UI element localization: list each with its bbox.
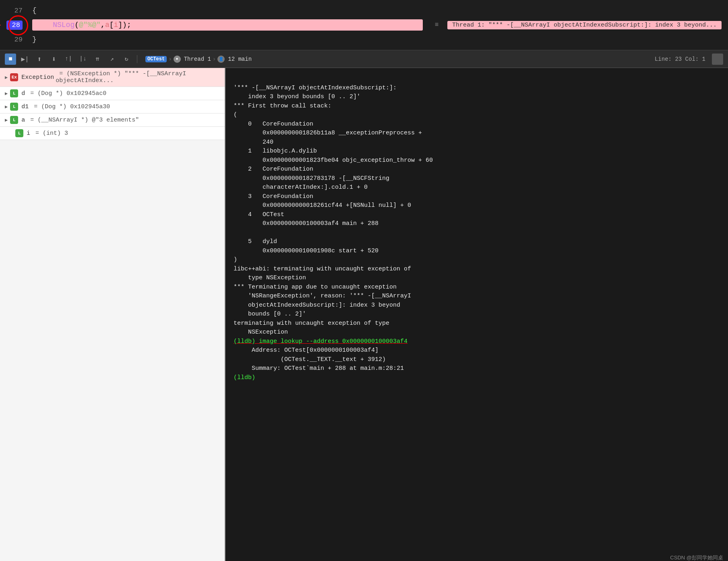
code-content-28: NSLog(@"%@",a[i]); (32, 19, 423, 31)
code-line-28: 28 NSLog(@"%@",a[i]); ≡ Thread 1: "*** -… (0, 18, 728, 32)
expand-arrow-a: ▶ (5, 117, 8, 123)
jump-button[interactable]: ⇈ (92, 54, 103, 65)
console-panel[interactable]: '*** -[__NSArrayI objectAtIndexedSubscri… (225, 68, 728, 561)
line-number-27: 27 (6, 7, 23, 14)
continue-button[interactable]: ▶| (19, 54, 31, 65)
line-number-29: 29 (6, 36, 23, 43)
breadcrumb: OCTest › ● Thread 1 › 👤 12 main (145, 56, 252, 63)
toolbar-separator-1 (137, 55, 137, 63)
console-output: '*** -[__NSArrayI objectAtIndexedSubscri… (234, 74, 720, 392)
debug-toolbar: ■ ▶| ⬆ ⬇ ↑| |↓ ⇈ ↗ ↻ OCTest › ● Thread 1… (0, 50, 728, 68)
line-col-info: Line: 23 Col: 1 (655, 56, 705, 62)
replay-button[interactable]: ↻ (121, 54, 132, 65)
breadcrumb-thread[interactable]: ● Thread 1 (174, 56, 211, 63)
variable-d[interactable]: ▶ L d = (Dog *) 0x102945ac0 (0, 87, 225, 100)
expand-arrow-d: ▶ (5, 91, 8, 97)
exception-value: = (NSException *) "*** -[__NSArrayI obje… (56, 70, 220, 84)
main-label: 12 main (228, 56, 252, 62)
i-value: = (int) 3 (32, 130, 68, 137)
d1-name: d1 (21, 103, 29, 110)
exception-name: Exception (21, 74, 54, 81)
main-pane: ▶ Ex Exception = (NSException *) "*** -[… (0, 68, 728, 561)
a-value: = (__NSArrayI *) @"3 elements" (27, 117, 139, 124)
return-button[interactable]: ↗ (106, 54, 118, 65)
step-over-button[interactable]: ⬆ (34, 54, 45, 65)
d1-badge: L (10, 103, 18, 111)
code-content-27: { (32, 6, 722, 14)
code-line-27: 27 { (0, 3, 728, 18)
code-line-29: 29 } (0, 32, 728, 47)
breadcrumb-main[interactable]: 👤 12 main (217, 56, 252, 63)
watermark: CSDN @彭同学她同桌 (670, 554, 723, 561)
step-into-button[interactable]: ⬇ (48, 54, 60, 65)
exception-badge: Ex (10, 73, 18, 81)
i-badge: L (15, 129, 23, 137)
breadcrumb-arrow-2: › (213, 56, 216, 62)
person-icon: 👤 (217, 56, 225, 63)
variables-panel: ▶ Ex Exception = (NSException *) "*** -[… (0, 68, 225, 561)
code-editor-top: 27 { 28 NSLog(@"%@",a[i]); ≡ Thread 1: "… (0, 0, 728, 50)
step-in-button[interactable]: |↓ (77, 54, 89, 65)
stop-button[interactable]: ■ (5, 54, 16, 65)
d1-value: = (Dog *) 0x102945a30 (30, 103, 110, 110)
thread-icon: ● (174, 56, 181, 63)
thread-label: Thread 1 (184, 56, 211, 62)
thread-info-header: Thread 1: "*** -[__NSArrayI objectAtInde… (447, 21, 722, 29)
breadcrumb-arrow-1: › (168, 56, 172, 62)
a-name: a (21, 117, 25, 124)
a-badge: L (10, 116, 18, 124)
variable-d1[interactable]: ▶ L d1 = (Dog *) 0x102945a30 (0, 100, 225, 113)
expand-arrow-d1: ▶ (5, 104, 8, 110)
variable-exception[interactable]: ▶ Ex Exception = (NSException *) "*** -[… (0, 68, 225, 87)
d-name: d (21, 90, 25, 97)
variable-i[interactable]: L i = (int) 3 (0, 127, 225, 140)
d-value: = (Dog *) 0x102945ac0 (27, 90, 106, 97)
octest-icon: OCTest (145, 56, 167, 62)
line-number-28: 28 (6, 21, 23, 30)
breadcrumb-octest[interactable]: OCTest (145, 56, 167, 62)
inspector-toggle[interactable] (712, 54, 723, 65)
variable-a[interactable]: ▶ L a = (__NSArrayI *) @"3 elements" (0, 113, 225, 127)
step-out-button[interactable]: ↑| (63, 54, 74, 65)
expand-arrow-exception: ▶ (5, 74, 8, 80)
d-badge: L (10, 89, 18, 97)
code-content-29: } (32, 35, 722, 43)
i-name: i (27, 130, 30, 137)
